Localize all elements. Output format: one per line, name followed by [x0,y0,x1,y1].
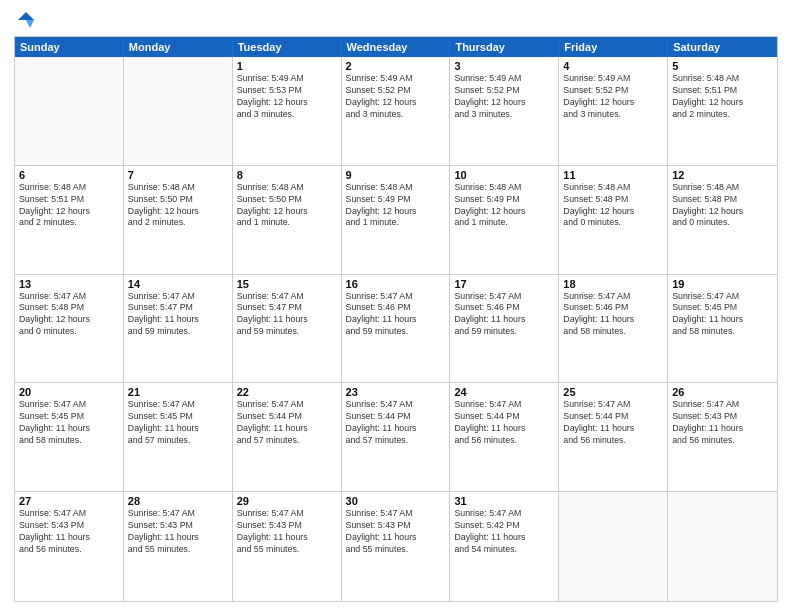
day-number: 19 [672,278,773,290]
calendar-cell: 15Sunrise: 5:47 AM Sunset: 5:47 PM Dayli… [233,275,342,383]
calendar-week-4: 20Sunrise: 5:47 AM Sunset: 5:45 PM Dayli… [15,383,777,492]
day-number: 5 [672,60,773,72]
calendar-cell: 3Sunrise: 5:49 AM Sunset: 5:52 PM Daylig… [450,57,559,165]
cell-info: Sunrise: 5:48 AM Sunset: 5:50 PM Dayligh… [128,182,228,230]
cell-info: Sunrise: 5:47 AM Sunset: 5:43 PM Dayligh… [346,508,446,556]
cell-info: Sunrise: 5:47 AM Sunset: 5:47 PM Dayligh… [128,291,228,339]
calendar-cell: 9Sunrise: 5:48 AM Sunset: 5:49 PM Daylig… [342,166,451,274]
day-number: 2 [346,60,446,72]
header-day-friday: Friday [559,37,668,57]
calendar-body: 1Sunrise: 5:49 AM Sunset: 5:53 PM Daylig… [15,57,777,601]
calendar-cell: 12Sunrise: 5:48 AM Sunset: 5:48 PM Dayli… [668,166,777,274]
cell-info: Sunrise: 5:48 AM Sunset: 5:51 PM Dayligh… [19,182,119,230]
calendar-cell: 21Sunrise: 5:47 AM Sunset: 5:45 PM Dayli… [124,383,233,491]
header-day-thursday: Thursday [450,37,559,57]
cell-info: Sunrise: 5:47 AM Sunset: 5:45 PM Dayligh… [672,291,773,339]
calendar-cell [124,57,233,165]
calendar-cell: 4Sunrise: 5:49 AM Sunset: 5:52 PM Daylig… [559,57,668,165]
calendar-cell: 8Sunrise: 5:48 AM Sunset: 5:50 PM Daylig… [233,166,342,274]
calendar-week-1: 1Sunrise: 5:49 AM Sunset: 5:53 PM Daylig… [15,57,777,166]
cell-info: Sunrise: 5:47 AM Sunset: 5:42 PM Dayligh… [454,508,554,556]
day-number: 18 [563,278,663,290]
calendar-cell: 31Sunrise: 5:47 AM Sunset: 5:42 PM Dayli… [450,492,559,601]
calendar-cell: 19Sunrise: 5:47 AM Sunset: 5:45 PM Dayli… [668,275,777,383]
day-number: 23 [346,386,446,398]
day-number: 1 [237,60,337,72]
calendar-cell: 26Sunrise: 5:47 AM Sunset: 5:43 PM Dayli… [668,383,777,491]
calendar-cell: 6Sunrise: 5:48 AM Sunset: 5:51 PM Daylig… [15,166,124,274]
page: SundayMondayTuesdayWednesdayThursdayFrid… [0,0,792,612]
day-number: 7 [128,169,228,181]
cell-info: Sunrise: 5:47 AM Sunset: 5:44 PM Dayligh… [563,399,663,447]
day-number: 24 [454,386,554,398]
calendar-cell: 7Sunrise: 5:48 AM Sunset: 5:50 PM Daylig… [124,166,233,274]
day-number: 28 [128,495,228,507]
header-day-monday: Monday [124,37,233,57]
cell-info: Sunrise: 5:47 AM Sunset: 5:43 PM Dayligh… [237,508,337,556]
cell-info: Sunrise: 5:47 AM Sunset: 5:46 PM Dayligh… [563,291,663,339]
calendar-cell: 2Sunrise: 5:49 AM Sunset: 5:52 PM Daylig… [342,57,451,165]
header [14,10,778,30]
day-number: 26 [672,386,773,398]
cell-info: Sunrise: 5:47 AM Sunset: 5:45 PM Dayligh… [128,399,228,447]
calendar-cell: 24Sunrise: 5:47 AM Sunset: 5:44 PM Dayli… [450,383,559,491]
calendar-cell: 20Sunrise: 5:47 AM Sunset: 5:45 PM Dayli… [15,383,124,491]
calendar-week-2: 6Sunrise: 5:48 AM Sunset: 5:51 PM Daylig… [15,166,777,275]
day-number: 6 [19,169,119,181]
svg-marker-1 [26,20,34,28]
day-number: 22 [237,386,337,398]
day-number: 16 [346,278,446,290]
cell-info: Sunrise: 5:49 AM Sunset: 5:52 PM Dayligh… [563,73,663,121]
calendar-cell: 29Sunrise: 5:47 AM Sunset: 5:43 PM Dayli… [233,492,342,601]
cell-info: Sunrise: 5:47 AM Sunset: 5:48 PM Dayligh… [19,291,119,339]
logo [14,10,36,30]
day-number: 12 [672,169,773,181]
calendar-cell: 10Sunrise: 5:48 AM Sunset: 5:49 PM Dayli… [450,166,559,274]
day-number: 13 [19,278,119,290]
header-day-wednesday: Wednesday [342,37,451,57]
calendar-cell [15,57,124,165]
calendar-cell: 30Sunrise: 5:47 AM Sunset: 5:43 PM Dayli… [342,492,451,601]
day-number: 4 [563,60,663,72]
cell-info: Sunrise: 5:47 AM Sunset: 5:47 PM Dayligh… [237,291,337,339]
cell-info: Sunrise: 5:47 AM Sunset: 5:46 PM Dayligh… [346,291,446,339]
calendar-cell: 5Sunrise: 5:48 AM Sunset: 5:51 PM Daylig… [668,57,777,165]
cell-info: Sunrise: 5:47 AM Sunset: 5:43 PM Dayligh… [128,508,228,556]
day-number: 8 [237,169,337,181]
day-number: 9 [346,169,446,181]
calendar-cell: 28Sunrise: 5:47 AM Sunset: 5:43 PM Dayli… [124,492,233,601]
header-day-sunday: Sunday [15,37,124,57]
header-day-saturday: Saturday [668,37,777,57]
cell-info: Sunrise: 5:47 AM Sunset: 5:43 PM Dayligh… [672,399,773,447]
cell-info: Sunrise: 5:49 AM Sunset: 5:52 PM Dayligh… [346,73,446,121]
calendar-cell: 11Sunrise: 5:48 AM Sunset: 5:48 PM Dayli… [559,166,668,274]
calendar-cell: 16Sunrise: 5:47 AM Sunset: 5:46 PM Dayli… [342,275,451,383]
logo-icon [16,10,36,30]
cell-info: Sunrise: 5:48 AM Sunset: 5:48 PM Dayligh… [672,182,773,230]
svg-marker-0 [18,12,34,20]
calendar-cell [668,492,777,601]
calendar-cell: 1Sunrise: 5:49 AM Sunset: 5:53 PM Daylig… [233,57,342,165]
calendar-cell [559,492,668,601]
calendar-week-5: 27Sunrise: 5:47 AM Sunset: 5:43 PM Dayli… [15,492,777,601]
day-number: 30 [346,495,446,507]
cell-info: Sunrise: 5:47 AM Sunset: 5:44 PM Dayligh… [346,399,446,447]
day-number: 17 [454,278,554,290]
calendar-cell: 14Sunrise: 5:47 AM Sunset: 5:47 PM Dayli… [124,275,233,383]
cell-info: Sunrise: 5:47 AM Sunset: 5:43 PM Dayligh… [19,508,119,556]
calendar-cell: 17Sunrise: 5:47 AM Sunset: 5:46 PM Dayli… [450,275,559,383]
day-number: 15 [237,278,337,290]
day-number: 27 [19,495,119,507]
day-number: 25 [563,386,663,398]
header-day-tuesday: Tuesday [233,37,342,57]
cell-info: Sunrise: 5:47 AM Sunset: 5:46 PM Dayligh… [454,291,554,339]
calendar: SundayMondayTuesdayWednesdayThursdayFrid… [14,36,778,602]
day-number: 31 [454,495,554,507]
calendar-cell: 22Sunrise: 5:47 AM Sunset: 5:44 PM Dayli… [233,383,342,491]
day-number: 20 [19,386,119,398]
cell-info: Sunrise: 5:48 AM Sunset: 5:48 PM Dayligh… [563,182,663,230]
cell-info: Sunrise: 5:47 AM Sunset: 5:45 PM Dayligh… [19,399,119,447]
day-number: 11 [563,169,663,181]
cell-info: Sunrise: 5:47 AM Sunset: 5:44 PM Dayligh… [454,399,554,447]
day-number: 3 [454,60,554,72]
